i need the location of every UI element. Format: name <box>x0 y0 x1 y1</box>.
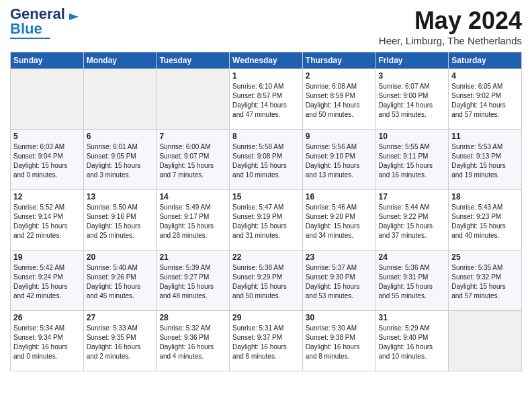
day-info: Sunrise: 5:34 AM Sunset: 9:34 PM Dayligh… <box>13 324 81 361</box>
calendar-cell: 5Sunrise: 6:03 AM Sunset: 9:04 PM Daylig… <box>11 130 84 190</box>
calendar-cell: 11Sunrise: 5:53 AM Sunset: 9:13 PM Dayli… <box>449 130 522 190</box>
weekday-header: Sunday <box>11 52 84 69</box>
day-info: Sunrise: 5:30 AM Sunset: 9:38 PM Dayligh… <box>306 324 373 361</box>
day-info: Sunrise: 6:00 AM Sunset: 9:07 PM Dayligh… <box>159 142 226 180</box>
calendar-cell: 18Sunrise: 5:43 AM Sunset: 9:23 PM Dayli… <box>449 190 522 250</box>
calendar-cell: 13Sunrise: 5:50 AM Sunset: 9:16 PM Dayli… <box>83 190 157 250</box>
svg-marker-0 <box>69 13 79 20</box>
day-number: 10 <box>379 132 446 141</box>
day-info: Sunrise: 5:39 AM Sunset: 9:27 PM Dayligh… <box>159 263 226 301</box>
calendar-cell: 25Sunrise: 5:35 AM Sunset: 9:32 PM Dayli… <box>449 250 522 311</box>
weekday-header: Friday <box>375 52 449 69</box>
day-info: Sunrise: 5:40 AM Sunset: 9:26 PM Dayligh… <box>87 263 154 301</box>
day-info: Sunrise: 5:49 AM Sunset: 9:17 PM Dayligh… <box>159 203 226 240</box>
calendar-cell: 8Sunrise: 5:58 AM Sunset: 9:08 PM Daylig… <box>230 130 303 190</box>
day-info: Sunrise: 6:07 AM Sunset: 9:00 PM Dayligh… <box>379 82 446 120</box>
day-info: Sunrise: 5:29 AM Sunset: 9:40 PM Dayligh… <box>379 324 446 361</box>
calendar-header-row: SundayMondayTuesdayWednesdayThursdayFrid… <box>11 52 522 69</box>
calendar-cell: 27Sunrise: 5:33 AM Sunset: 9:35 PM Dayli… <box>83 311 157 371</box>
calendar-cell: 12Sunrise: 5:52 AM Sunset: 9:14 PM Dayli… <box>11 190 84 250</box>
calendar-cell <box>157 69 230 130</box>
day-info: Sunrise: 5:32 AM Sunset: 9:36 PM Dayligh… <box>159 324 226 361</box>
day-number: 13 <box>87 192 154 201</box>
calendar-week-row: 26Sunrise: 5:34 AM Sunset: 9:34 PM Dayli… <box>11 311 522 371</box>
day-info: Sunrise: 5:53 AM Sunset: 9:13 PM Dayligh… <box>451 142 519 180</box>
calendar-cell: 10Sunrise: 5:55 AM Sunset: 9:11 PM Dayli… <box>375 130 449 190</box>
day-info: Sunrise: 5:46 AM Sunset: 9:20 PM Dayligh… <box>306 203 373 240</box>
day-number: 25 <box>451 253 519 262</box>
day-info: Sunrise: 5:38 AM Sunset: 9:29 PM Dayligh… <box>232 263 300 301</box>
calendar-cell: 29Sunrise: 5:31 AM Sunset: 9:37 PM Dayli… <box>230 311 303 371</box>
calendar-cell: 21Sunrise: 5:39 AM Sunset: 9:27 PM Dayli… <box>157 250 230 311</box>
day-info: Sunrise: 5:37 AM Sunset: 9:30 PM Dayligh… <box>306 263 373 301</box>
day-info: Sunrise: 5:47 AM Sunset: 9:19 PM Dayligh… <box>232 203 300 240</box>
day-number: 31 <box>379 313 446 322</box>
day-number: 12 <box>13 192 81 201</box>
calendar-cell: 30Sunrise: 5:30 AM Sunset: 9:38 PM Dayli… <box>302 311 375 371</box>
day-info: Sunrise: 5:52 AM Sunset: 9:14 PM Dayligh… <box>13 203 81 240</box>
calendar-cell: 1Sunrise: 6:10 AM Sunset: 8:57 PM Daylig… <box>230 69 303 130</box>
calendar-cell: 17Sunrise: 5:44 AM Sunset: 9:22 PM Dayli… <box>375 190 449 250</box>
day-info: Sunrise: 5:31 AM Sunset: 9:37 PM Dayligh… <box>232 324 300 361</box>
location: Heer, Limburg, The Netherlands <box>379 35 522 46</box>
weekday-header: Tuesday <box>157 52 230 69</box>
day-number: 4 <box>451 71 519 81</box>
day-number: 20 <box>87 253 154 262</box>
calendar-cell <box>83 69 157 130</box>
weekday-header: Monday <box>83 52 157 69</box>
day-number: 1 <box>232 71 300 81</box>
calendar-cell: 26Sunrise: 5:34 AM Sunset: 9:34 PM Dayli… <box>11 311 84 371</box>
day-info: Sunrise: 5:50 AM Sunset: 9:16 PM Dayligh… <box>87 203 154 240</box>
day-number: 30 <box>306 313 373 322</box>
day-number: 24 <box>379 253 446 262</box>
calendar-cell: 4Sunrise: 6:05 AM Sunset: 9:02 PM Daylig… <box>449 69 522 130</box>
weekday-header: Wednesday <box>230 52 303 69</box>
calendar-cell: 20Sunrise: 5:40 AM Sunset: 9:26 PM Dayli… <box>83 250 157 311</box>
calendar-cell <box>11 69 84 130</box>
day-number: 11 <box>451 132 519 141</box>
day-number: 5 <box>13 132 81 141</box>
calendar-week-row: 12Sunrise: 5:52 AM Sunset: 9:14 PM Dayli… <box>11 190 522 250</box>
day-number: 21 <box>159 253 226 262</box>
calendar-cell: 14Sunrise: 5:49 AM Sunset: 9:17 PM Dayli… <box>157 190 230 250</box>
day-number: 8 <box>232 132 300 141</box>
logo-arrow-icon <box>68 11 80 23</box>
day-info: Sunrise: 6:03 AM Sunset: 9:04 PM Dayligh… <box>13 142 81 180</box>
calendar-week-row: 1Sunrise: 6:10 AM Sunset: 8:57 PM Daylig… <box>11 69 522 130</box>
calendar-cell: 16Sunrise: 5:46 AM Sunset: 9:20 PM Dayli… <box>302 190 375 250</box>
page-header: GeneralBlue May 2024 Heer, Limburg, The … <box>10 7 522 46</box>
calendar-cell: 15Sunrise: 5:47 AM Sunset: 9:19 PM Dayli… <box>230 190 303 250</box>
calendar-cell: 23Sunrise: 5:37 AM Sunset: 9:30 PM Dayli… <box>302 250 375 311</box>
month-title: May 2024 <box>379 7 522 35</box>
calendar-cell <box>449 311 522 371</box>
day-info: Sunrise: 5:43 AM Sunset: 9:23 PM Dayligh… <box>451 203 519 240</box>
day-info: Sunrise: 5:44 AM Sunset: 9:22 PM Dayligh… <box>379 203 446 240</box>
day-number: 17 <box>379 192 446 201</box>
calendar-cell: 2Sunrise: 6:08 AM Sunset: 8:59 PM Daylig… <box>302 69 375 130</box>
day-info: Sunrise: 5:35 AM Sunset: 9:32 PM Dayligh… <box>451 263 519 301</box>
day-info: Sunrise: 6:05 AM Sunset: 9:02 PM Dayligh… <box>451 82 519 120</box>
day-number: 7 <box>159 132 226 141</box>
day-number: 28 <box>159 313 226 322</box>
logo-text: GeneralBlue <box>10 7 65 36</box>
day-number: 3 <box>379 71 446 81</box>
day-info: Sunrise: 5:56 AM Sunset: 9:10 PM Dayligh… <box>306 142 373 180</box>
day-number: 29 <box>232 313 300 322</box>
calendar-table: SundayMondayTuesdayWednesdayThursdayFrid… <box>10 52 522 371</box>
day-info: Sunrise: 5:55 AM Sunset: 9:11 PM Dayligh… <box>379 142 446 180</box>
calendar-cell: 19Sunrise: 5:42 AM Sunset: 9:24 PM Dayli… <box>11 250 84 311</box>
day-info: Sunrise: 5:42 AM Sunset: 9:24 PM Dayligh… <box>13 263 81 301</box>
calendar-week-row: 5Sunrise: 6:03 AM Sunset: 9:04 PM Daylig… <box>11 130 522 190</box>
calendar-cell: 6Sunrise: 6:01 AM Sunset: 9:05 PM Daylig… <box>83 130 157 190</box>
day-number: 27 <box>87 313 154 322</box>
weekday-header: Saturday <box>449 52 522 69</box>
day-number: 16 <box>306 192 373 201</box>
day-info: Sunrise: 6:01 AM Sunset: 9:05 PM Dayligh… <box>87 142 154 180</box>
day-info: Sunrise: 5:33 AM Sunset: 9:35 PM Dayligh… <box>87 324 154 361</box>
day-number: 22 <box>232 253 300 262</box>
day-number: 19 <box>13 253 81 262</box>
calendar-cell: 7Sunrise: 6:00 AM Sunset: 9:07 PM Daylig… <box>157 130 230 190</box>
day-number: 6 <box>87 132 154 141</box>
logo-underline <box>10 38 50 39</box>
day-number: 23 <box>306 253 373 262</box>
